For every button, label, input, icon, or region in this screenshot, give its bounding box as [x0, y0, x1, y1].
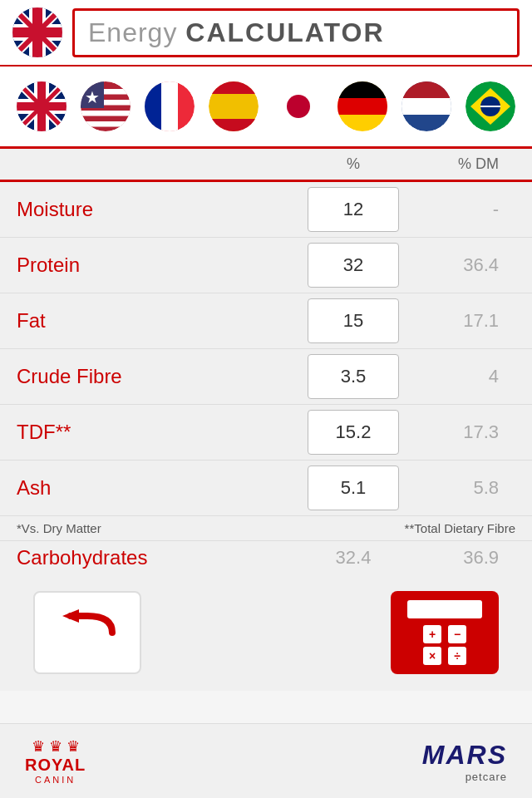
carb-label: Carbohydrates — [17, 546, 299, 569]
app-title-box: Energy CALCULATOR — [72, 8, 520, 57]
table-row: Ash5.8 — [0, 460, 532, 515]
nutrient-dm-value: 36.4 — [407, 254, 515, 276]
back-arrow-icon — [54, 608, 121, 658]
svg-rect-43 — [401, 98, 451, 115]
nutrient-name-label: Crude Fibre — [17, 365, 299, 388]
svg-text:★: ★ — [85, 88, 100, 106]
svg-rect-22 — [81, 111, 131, 116]
mars-petcare-label: petcare — [466, 771, 507, 783]
header-dm-col: % DM — [407, 155, 515, 173]
action-buttons-row: + − × ÷ — [0, 574, 532, 691]
lang-fr-button[interactable] — [145, 81, 195, 131]
calc-key-minus: − — [448, 625, 466, 643]
mars-brand-name: MARS — [422, 740, 507, 771]
lang-uk-button[interactable] — [17, 81, 66, 131]
nutrient-dm-value: 5.8 — [407, 477, 515, 499]
header-flag-icon — [12, 7, 62, 57]
nutrient-name-label: Moisture — [17, 198, 299, 221]
nutrient-value-input[interactable] — [308, 187, 399, 232]
svg-rect-38 — [337, 81, 387, 98]
svg-point-36 — [287, 95, 310, 118]
footnotes-row: *Vs. Dry Matter **Total Dietary Fibre — [0, 515, 532, 540]
lang-jp-button[interactable] — [273, 81, 323, 131]
lang-nl-button[interactable] — [401, 81, 451, 131]
app-footer: ♛ ♛ ♛ ROYAL CANIN MARS petcare — [0, 723, 532, 798]
royal-canin-logo: ♛ ♛ ♛ ROYAL CANIN — [25, 737, 86, 785]
svg-rect-29 — [145, 81, 161, 131]
mars-logo: MARS petcare — [422, 740, 507, 783]
footnote-tdf: **Total Dietary Fibre — [405, 521, 515, 535]
nutrient-value-input[interactable] — [308, 298, 399, 343]
nutrient-dm-value: 4 — [407, 366, 515, 387]
nutrient-value-input[interactable] — [308, 410, 399, 455]
app-header: Energy CALCULATOR — [0, 0, 532, 66]
carb-dm-value: 36.9 — [407, 547, 515, 569]
nutrient-dm-value: 17.1 — [407, 310, 515, 332]
title-light: Energy — [88, 17, 185, 47]
carb-value: 32.4 — [299, 547, 407, 569]
rc-crown-icon: ♛ ♛ ♛ — [32, 737, 80, 756]
language-bar: ★ — [0, 66, 532, 149]
nutrient-dm-value: - — [407, 199, 515, 220]
footnote-dry-matter: *Vs. Dry Matter — [17, 521, 101, 535]
nutrient-name-label: Fat — [17, 309, 299, 332]
nutrient-name-label: TDF** — [17, 421, 299, 444]
calc-key-plus: + — [423, 625, 441, 643]
table-row: Fat17.1 — [0, 293, 532, 348]
nutrient-dm-value: 17.3 — [407, 421, 515, 443]
app-title: Energy CALCULATOR — [88, 17, 385, 48]
calc-keys-bottom: × ÷ — [423, 647, 466, 665]
svg-rect-23 — [81, 121, 131, 127]
table-row: Crude Fibre4 — [0, 348, 532, 404]
table-row: TDF**17.3 — [0, 404, 532, 460]
table-header: % % DM — [0, 149, 532, 180]
calculate-button[interactable]: + − × ÷ — [391, 591, 499, 674]
header-percent-col: % — [299, 155, 407, 173]
calc-keys-top: + − — [423, 625, 466, 643]
table-row: Protein36.4 — [0, 237, 532, 293]
lang-br-button[interactable] — [466, 81, 515, 131]
nutrient-name-label: Ash — [17, 476, 299, 500]
calc-key-multiply: × — [423, 647, 441, 665]
svg-rect-42 — [401, 81, 451, 98]
lang-es-button[interactable] — [209, 81, 259, 131]
title-bold: CALCULATOR — [185, 17, 384, 47]
calc-display-icon — [407, 600, 482, 618]
carbohydrates-row: Carbohydrates 32.4 36.9 — [0, 540, 532, 574]
calc-key-divide: ÷ — [448, 647, 466, 665]
nutrient-table: Moisture-Protein36.4Fat17.1Crude Fibre4T… — [0, 180, 532, 515]
nutrient-value-input[interactable] — [308, 466, 399, 510]
nutrient-value-input[interactable] — [308, 354, 399, 399]
svg-rect-32 — [209, 81, 259, 94]
table-row: Moisture- — [0, 180, 532, 237]
lang-de-button[interactable] — [337, 81, 387, 131]
svg-rect-39 — [337, 98, 387, 115]
rc-brand-sub: CANIN — [35, 775, 76, 785]
svg-rect-33 — [209, 119, 259, 131]
nutrient-name-label: Protein — [17, 254, 299, 277]
svg-marker-49 — [62, 609, 79, 623]
back-button[interactable] — [33, 591, 141, 674]
nutrient-value-input[interactable] — [308, 243, 399, 288]
rc-brand-name: ROYAL — [25, 756, 86, 775]
lang-us-button[interactable]: ★ — [81, 81, 131, 131]
